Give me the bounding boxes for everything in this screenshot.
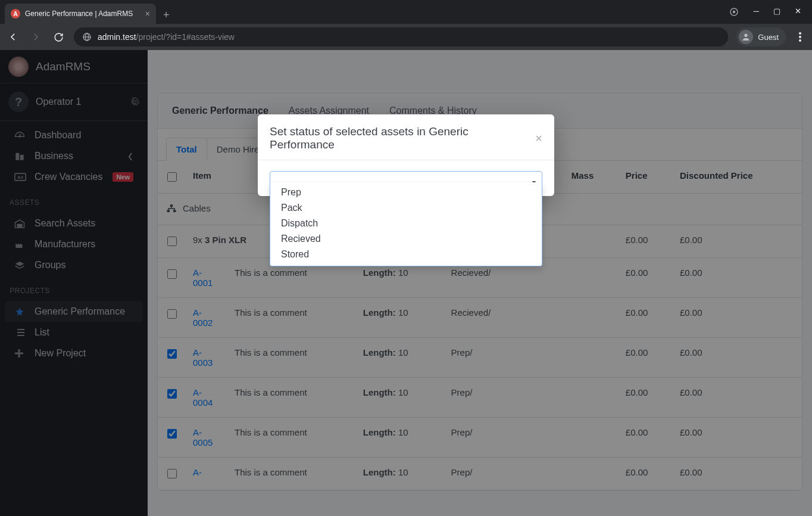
browser-tab[interactable]: A Generic Performance | AdamRMS × — [5, 4, 156, 24]
browser-address-bar: admin.test/project/?id=1#assets-view Gue… — [0, 24, 812, 50]
svg-point-1 — [733, 11, 736, 14]
svg-point-5 — [799, 36, 801, 38]
back-button[interactable] — [6, 32, 20, 42]
modal-title: Set status of selected assets in Generic… — [270, 125, 535, 151]
status-modal: Set status of selected assets in Generic… — [258, 114, 554, 196]
url-path: /project/?id=1#assets-view — [136, 32, 235, 42]
profile-label: Guest — [758, 33, 779, 42]
favicon-icon: A — [11, 9, 20, 18]
browser-titlebar: A Generic Performance | AdamRMS × + ─ ▢ … — [0, 0, 812, 24]
status-option-pack[interactable]: Pack — [270, 200, 542, 216]
svg-point-4 — [799, 32, 801, 35]
svg-point-6 — [799, 39, 801, 42]
site-info-icon[interactable] — [82, 32, 92, 42]
minimize-button[interactable]: ─ — [754, 7, 759, 17]
status-option-recieved[interactable]: Recieved — [270, 231, 542, 247]
profile-badge[interactable]: Guest — [736, 27, 786, 46]
browser-menu-button[interactable] — [794, 32, 806, 42]
tab-close-icon[interactable]: × — [145, 9, 150, 18]
status-dropdown: PrepPackDispatchRecievedStored — [270, 182, 542, 266]
modal-close-button[interactable]: × — [535, 132, 542, 144]
app-root: AdamRMS ? Operator 1 DashboardBusiness❮A… — [0, 50, 812, 516]
maximize-button[interactable]: ▢ — [773, 7, 780, 17]
reload-button[interactable] — [51, 32, 65, 42]
url-host: admin.test — [98, 32, 136, 42]
svg-point-3 — [745, 34, 748, 37]
avatar-icon — [739, 30, 753, 44]
browser-chrome: A Generic Performance | AdamRMS × + ─ ▢ … — [0, 0, 812, 50]
forward-button[interactable] — [29, 32, 43, 42]
status-option-dispatch[interactable]: Dispatch — [270, 216, 542, 231]
close-window-button[interactable]: ✕ — [795, 7, 801, 17]
tab-title: Generic Performance | AdamRMS — [25, 10, 133, 18]
window-controls: ─ ▢ ✕ — [729, 7, 812, 17]
status-option-prep[interactable]: Prep — [270, 185, 542, 200]
new-tab-button[interactable]: + — [163, 9, 170, 21]
url-field[interactable]: admin.test/project/?id=1#assets-view — [74, 27, 728, 46]
status-option-stored[interactable]: Stored — [270, 247, 542, 262]
incognito-icon — [729, 7, 739, 17]
